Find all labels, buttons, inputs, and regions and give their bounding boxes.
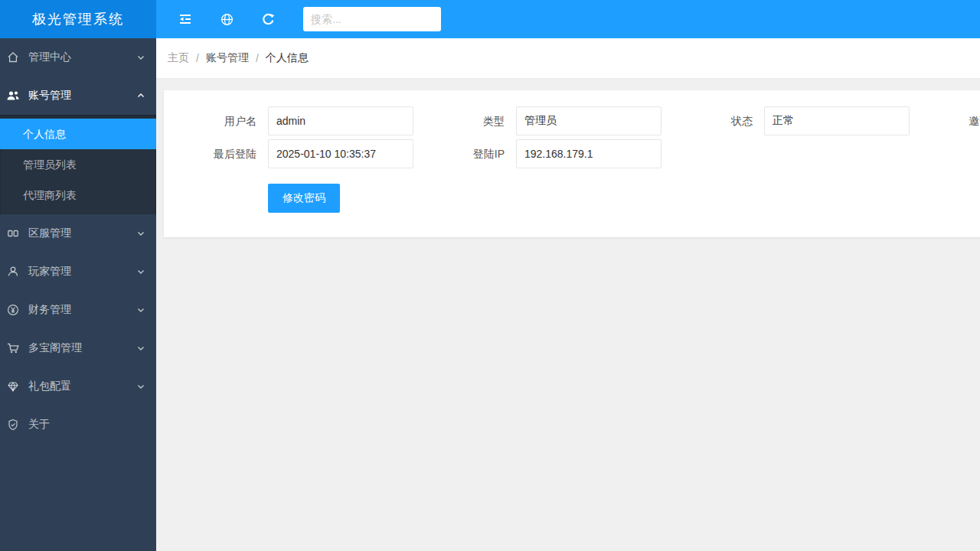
chevron-down-icon bbox=[136, 229, 145, 238]
login-ip-label: 登陆IP bbox=[413, 139, 505, 168]
username-field[interactable] bbox=[268, 106, 413, 135]
chevron-down-icon bbox=[136, 344, 145, 353]
sidebar-subitem-personal-info[interactable]: 个人信息 bbox=[0, 119, 156, 149]
invite-code-label: 邀请码 bbox=[909, 106, 980, 135]
globe-icon[interactable] bbox=[210, 0, 243, 38]
cart-icon bbox=[5, 342, 21, 354]
account-management-submenu: 个人信息 管理员列表 代理商列表 bbox=[0, 115, 156, 214]
sidebar-item-label: 礼包配置 bbox=[28, 380, 136, 393]
sidebar-item-label: 财务管理 bbox=[28, 303, 136, 317]
sidebar-item-management-center[interactable]: 管理中心 bbox=[0, 38, 156, 77]
sidebar-item-label: 管理中心 bbox=[28, 51, 136, 64]
last-login-field[interactable] bbox=[268, 139, 413, 168]
chevron-down-icon bbox=[136, 305, 145, 315]
personal-info-panel: 用户名 类型 状态 邀请码 最后登陆 登陆IP 修改密码 bbox=[164, 90, 980, 237]
last-login-label: 最后登陆 bbox=[164, 139, 256, 168]
sidebar-item-finance-management[interactable]: 财务管理 bbox=[0, 291, 156, 329]
chevron-down-icon bbox=[136, 53, 145, 62]
sidebar-item-label: 账号管理 bbox=[28, 89, 136, 103]
collapse-menu-icon[interactable] bbox=[168, 0, 202, 38]
chevron-down-icon bbox=[136, 382, 145, 391]
type-label: 类型 bbox=[413, 106, 505, 135]
sidebar-item-gift-config[interactable]: 礼包配置 bbox=[0, 367, 156, 406]
sidebar-item-server-management[interactable]: 区服管理 bbox=[0, 214, 156, 253]
home-icon bbox=[5, 51, 21, 64]
sidebar-item-label: 多宝阁管理 bbox=[28, 341, 136, 355]
sidebar: 管理中心 账号管理 个人信息 管理员列表 代理商列表 区服管理 bbox=[0, 38, 156, 551]
shield-check-icon bbox=[5, 419, 21, 431]
chevron-up-icon bbox=[136, 91, 145, 100]
player-icon bbox=[5, 266, 21, 278]
header: 极光管理系统 bbox=[0, 0, 980, 38]
breadcrumb-current-page: 个人信息 bbox=[266, 51, 309, 65]
type-field[interactable] bbox=[516, 106, 662, 135]
username-label: 用户名 bbox=[164, 106, 256, 135]
gift-gem-icon bbox=[5, 380, 21, 393]
status-field[interactable] bbox=[764, 106, 910, 135]
finance-icon bbox=[5, 304, 21, 316]
sidebar-item-label: 玩家管理 bbox=[28, 265, 136, 279]
change-password-button[interactable]: 修改密码 bbox=[268, 184, 340, 213]
sidebar-item-treasure-management[interactable]: 多宝阁管理 bbox=[0, 329, 156, 367]
users-icon bbox=[5, 90, 21, 102]
sidebar-item-label: 区服管理 bbox=[28, 227, 136, 240]
refresh-icon[interactable] bbox=[251, 0, 285, 38]
breadcrumb-separator: / bbox=[196, 52, 199, 64]
breadcrumb-separator: / bbox=[256, 52, 259, 64]
topbar bbox=[156, 0, 980, 38]
sidebar-subitem-admin-list[interactable]: 管理员列表 bbox=[0, 149, 156, 180]
login-ip-field[interactable] bbox=[516, 139, 662, 168]
content-area: 用户名 类型 状态 邀请码 最后登陆 登陆IP 修改密码 bbox=[156, 79, 980, 551]
breadcrumb-home[interactable]: 主页 bbox=[168, 51, 189, 65]
breadcrumb-account-management: 账号管理 bbox=[206, 51, 249, 65]
status-label: 状态 bbox=[661, 106, 753, 135]
sidebar-item-player-management[interactable]: 玩家管理 bbox=[0, 253, 156, 291]
main-area: 主页 / 账号管理 / 个人信息 用户名 类型 状态 邀请码 最后登陆 登陆IP… bbox=[156, 38, 980, 551]
sidebar-subitem-agent-list[interactable]: 代理商列表 bbox=[0, 180, 156, 210]
app-title: 极光管理系统 bbox=[0, 0, 156, 38]
sidebar-item-about[interactable]: 关于 bbox=[0, 406, 156, 444]
server-icon bbox=[5, 227, 21, 240]
sidebar-item-account-management[interactable]: 账号管理 bbox=[0, 77, 156, 115]
breadcrumb: 主页 / 账号管理 / 个人信息 bbox=[156, 38, 980, 79]
chevron-down-icon bbox=[136, 267, 145, 276]
sidebar-item-label: 关于 bbox=[28, 418, 145, 432]
search-input[interactable] bbox=[303, 7, 441, 31]
